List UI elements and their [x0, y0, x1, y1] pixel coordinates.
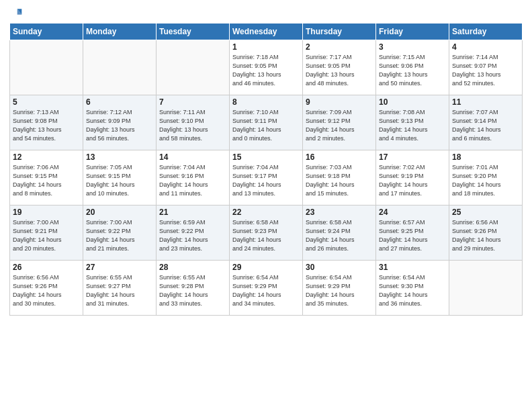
- day-info-29: Sunrise: 6:54 AM Sunset: 9:29 PM Dayligh…: [232, 273, 300, 308]
- day-cell-9: 9Sunrise: 7:09 AM Sunset: 9:12 PM Daylig…: [303, 95, 376, 150]
- day-cell-28: 28Sunrise: 6:55 AM Sunset: 9:28 PM Dayli…: [157, 261, 230, 316]
- day-cell-22: 22Sunrise: 6:58 AM Sunset: 9:23 PM Dayli…: [230, 205, 303, 261]
- day-number-12: 12: [13, 152, 80, 162]
- week-row-2: 5Sunrise: 7:13 AM Sunset: 9:08 PM Daylig…: [10, 95, 523, 150]
- day-info-27: Sunrise: 6:55 AM Sunset: 9:27 PM Dayligh…: [86, 273, 153, 308]
- day-info-16: Sunrise: 7:03 AM Sunset: 9:18 PM Dayligh…: [306, 163, 373, 198]
- day-number-11: 11: [452, 97, 519, 107]
- day-cell-2: 2Sunrise: 7:17 AM Sunset: 9:05 PM Daylig…: [303, 40, 376, 95]
- calendar-page: SundayMondayTuesdayWednesdayThursdayFrid…: [0, 0, 532, 411]
- header: [9, 7, 523, 20]
- day-info-26: Sunrise: 6:56 AM Sunset: 9:26 PM Dayligh…: [13, 273, 80, 308]
- day-info-6: Sunrise: 7:12 AM Sunset: 9:09 PM Dayligh…: [86, 108, 153, 143]
- weekday-header-thursday: Thursday: [303, 24, 376, 40]
- day-cell-25: 25Sunrise: 6:56 AM Sunset: 9:26 PM Dayli…: [449, 205, 523, 261]
- day-cell-15: 15Sunrise: 7:04 AM Sunset: 9:17 PM Dayli…: [230, 150, 303, 205]
- weekday-header-sunday: Sunday: [10, 24, 83, 40]
- day-cell-20: 20Sunrise: 7:00 AM Sunset: 9:22 PM Dayli…: [83, 205, 157, 261]
- day-cell-31: 31Sunrise: 6:54 AM Sunset: 9:30 PM Dayli…: [376, 261, 449, 316]
- day-number-29: 29: [232, 263, 300, 272]
- day-number-7: 7: [159, 97, 226, 107]
- day-info-20: Sunrise: 7:00 AM Sunset: 9:22 PM Dayligh…: [86, 218, 153, 253]
- day-cell-24: 24Sunrise: 6:57 AM Sunset: 9:25 PM Dayli…: [376, 205, 449, 261]
- day-number-15: 15: [232, 152, 300, 162]
- day-cell-27: 27Sunrise: 6:55 AM Sunset: 9:27 PM Dayli…: [83, 261, 157, 316]
- day-info-5: Sunrise: 7:13 AM Sunset: 9:08 PM Dayligh…: [13, 108, 80, 143]
- day-cell-8: 8Sunrise: 7:10 AM Sunset: 9:11 PM Daylig…: [230, 95, 303, 150]
- day-cell-18: 18Sunrise: 7:01 AM Sunset: 9:20 PM Dayli…: [449, 150, 523, 205]
- day-number-14: 14: [159, 152, 226, 162]
- day-number-21: 21: [159, 208, 226, 217]
- empty-cell: [157, 40, 230, 95]
- weekday-header-row: SundayMondayTuesdayWednesdayThursdayFrid…: [10, 24, 523, 40]
- day-info-14: Sunrise: 7:04 AM Sunset: 9:16 PM Dayligh…: [159, 163, 226, 198]
- logo-icon: [9, 7, 23, 20]
- day-cell-14: 14Sunrise: 7:04 AM Sunset: 9:16 PM Dayli…: [157, 150, 230, 205]
- day-info-25: Sunrise: 6:56 AM Sunset: 9:26 PM Dayligh…: [452, 218, 519, 253]
- day-cell-5: 5Sunrise: 7:13 AM Sunset: 9:08 PM Daylig…: [10, 95, 83, 150]
- empty-cell: [10, 40, 83, 95]
- day-info-28: Sunrise: 6:55 AM Sunset: 9:28 PM Dayligh…: [159, 273, 226, 308]
- day-cell-16: 16Sunrise: 7:03 AM Sunset: 9:18 PM Dayli…: [303, 150, 376, 205]
- day-number-17: 17: [379, 152, 446, 162]
- day-info-22: Sunrise: 6:58 AM Sunset: 9:23 PM Dayligh…: [232, 218, 300, 253]
- weekday-header-tuesday: Tuesday: [157, 24, 230, 40]
- day-number-24: 24: [379, 208, 446, 217]
- day-info-3: Sunrise: 7:15 AM Sunset: 9:06 PM Dayligh…: [379, 53, 446, 88]
- week-row-1: 1Sunrise: 7:18 AM Sunset: 9:05 PM Daylig…: [10, 40, 523, 95]
- day-info-21: Sunrise: 6:59 AM Sunset: 9:22 PM Dayligh…: [159, 218, 226, 253]
- logo: [9, 7, 25, 20]
- day-info-23: Sunrise: 6:58 AM Sunset: 9:24 PM Dayligh…: [306, 218, 373, 253]
- empty-cell: [449, 261, 523, 316]
- day-number-8: 8: [232, 97, 300, 107]
- week-row-5: 26Sunrise: 6:56 AM Sunset: 9:26 PM Dayli…: [10, 261, 523, 316]
- day-cell-4: 4Sunrise: 7:14 AM Sunset: 9:07 PM Daylig…: [449, 40, 523, 95]
- day-info-2: Sunrise: 7:17 AM Sunset: 9:05 PM Dayligh…: [306, 53, 373, 88]
- day-cell-12: 12Sunrise: 7:06 AM Sunset: 9:15 PM Dayli…: [10, 150, 83, 205]
- day-number-18: 18: [452, 152, 519, 162]
- day-number-10: 10: [379, 97, 446, 107]
- day-cell-11: 11Sunrise: 7:07 AM Sunset: 9:14 PM Dayli…: [449, 95, 523, 150]
- day-cell-23: 23Sunrise: 6:58 AM Sunset: 9:24 PM Dayli…: [303, 205, 376, 261]
- day-number-23: 23: [306, 208, 373, 217]
- day-info-13: Sunrise: 7:05 AM Sunset: 9:15 PM Dayligh…: [86, 163, 153, 198]
- day-number-19: 19: [13, 208, 80, 217]
- day-info-24: Sunrise: 6:57 AM Sunset: 9:25 PM Dayligh…: [379, 218, 446, 253]
- calendar-table: SundayMondayTuesdayWednesdayThursdayFrid…: [9, 23, 523, 316]
- day-info-30: Sunrise: 6:54 AM Sunset: 9:29 PM Dayligh…: [306, 273, 373, 308]
- day-cell-1: 1Sunrise: 7:18 AM Sunset: 9:05 PM Daylig…: [230, 40, 303, 95]
- day-cell-6: 6Sunrise: 7:12 AM Sunset: 9:09 PM Daylig…: [83, 95, 157, 150]
- day-cell-29: 29Sunrise: 6:54 AM Sunset: 9:29 PM Dayli…: [230, 261, 303, 316]
- weekday-header-friday: Friday: [376, 24, 449, 40]
- day-cell-3: 3Sunrise: 7:15 AM Sunset: 9:06 PM Daylig…: [376, 40, 449, 95]
- day-info-15: Sunrise: 7:04 AM Sunset: 9:17 PM Dayligh…: [232, 163, 300, 198]
- day-info-12: Sunrise: 7:06 AM Sunset: 9:15 PM Dayligh…: [13, 163, 80, 198]
- day-number-2: 2: [306, 42, 373, 52]
- day-info-18: Sunrise: 7:01 AM Sunset: 9:20 PM Dayligh…: [452, 163, 519, 198]
- day-number-9: 9: [306, 97, 373, 107]
- day-info-4: Sunrise: 7:14 AM Sunset: 9:07 PM Dayligh…: [452, 53, 519, 88]
- day-number-28: 28: [159, 263, 226, 272]
- day-info-31: Sunrise: 6:54 AM Sunset: 9:30 PM Dayligh…: [379, 273, 446, 308]
- day-cell-17: 17Sunrise: 7:02 AM Sunset: 9:19 PM Dayli…: [376, 150, 449, 205]
- day-info-19: Sunrise: 7:00 AM Sunset: 9:21 PM Dayligh…: [13, 218, 80, 253]
- day-info-9: Sunrise: 7:09 AM Sunset: 9:12 PM Dayligh…: [306, 108, 373, 143]
- day-number-5: 5: [13, 97, 80, 107]
- day-info-1: Sunrise: 7:18 AM Sunset: 9:05 PM Dayligh…: [232, 53, 300, 88]
- day-cell-13: 13Sunrise: 7:05 AM Sunset: 9:15 PM Dayli…: [83, 150, 157, 205]
- day-info-11: Sunrise: 7:07 AM Sunset: 9:14 PM Dayligh…: [452, 108, 519, 143]
- day-info-10: Sunrise: 7:08 AM Sunset: 9:13 PM Dayligh…: [379, 108, 446, 143]
- day-cell-26: 26Sunrise: 6:56 AM Sunset: 9:26 PM Dayli…: [10, 261, 83, 316]
- week-row-4: 19Sunrise: 7:00 AM Sunset: 9:21 PM Dayli…: [10, 205, 523, 261]
- day-cell-30: 30Sunrise: 6:54 AM Sunset: 9:29 PM Dayli…: [303, 261, 376, 316]
- day-cell-21: 21Sunrise: 6:59 AM Sunset: 9:22 PM Dayli…: [157, 205, 230, 261]
- day-number-4: 4: [452, 42, 519, 52]
- day-number-22: 22: [232, 208, 300, 217]
- day-number-3: 3: [379, 42, 446, 52]
- day-number-26: 26: [13, 263, 80, 272]
- weekday-header-wednesday: Wednesday: [230, 24, 303, 40]
- day-number-1: 1: [232, 42, 300, 52]
- day-cell-19: 19Sunrise: 7:00 AM Sunset: 9:21 PM Dayli…: [10, 205, 83, 261]
- day-number-16: 16: [306, 152, 373, 162]
- day-number-27: 27: [86, 263, 153, 272]
